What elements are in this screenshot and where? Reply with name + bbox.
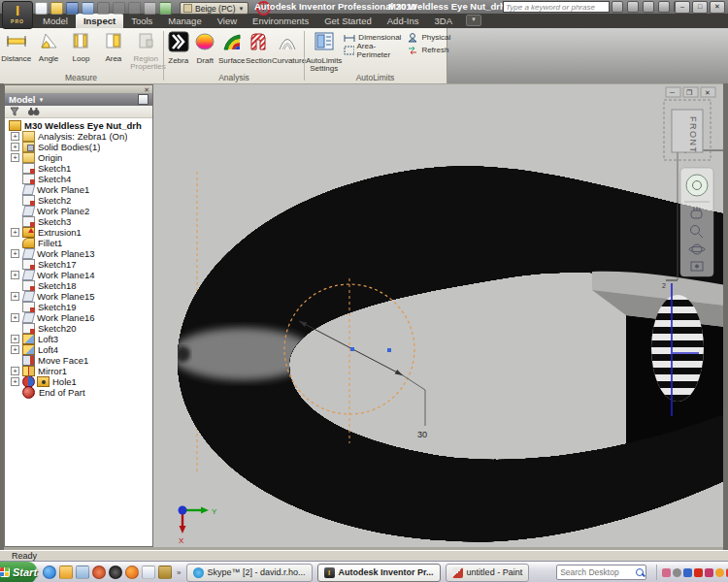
physical-button[interactable]: Physical: [407, 31, 450, 44]
browser-header[interactable]: Model ▼: [5, 93, 152, 106]
browser-close-icon[interactable]: ✕: [141, 86, 152, 93]
angle-button[interactable]: Angle: [33, 31, 64, 63]
loop-button[interactable]: Loop: [65, 31, 96, 63]
tab-3da[interactable]: 3DA: [427, 14, 460, 28]
expander-icon[interactable]: +: [11, 153, 19, 162]
expander-icon[interactable]: +: [11, 377, 19, 386]
tree-item-fillet1[interactable]: Fillet1: [5, 238, 152, 248]
tree-item-workplane16[interactable]: +Work Plane16: [5, 312, 152, 323]
new-file-icon[interactable]: [35, 2, 48, 15]
ie-icon[interactable]: [43, 566, 56, 579]
communication-icon[interactable]: [643, 1, 654, 13]
firefox-icon[interactable]: [125, 566, 139, 579]
start-button[interactable]: Start: [0, 562, 37, 582]
tab-manage[interactable]: Manage: [160, 14, 209, 28]
briefcase-icon[interactable]: [158, 566, 172, 579]
find-binoculars-icon[interactable]: [27, 107, 40, 116]
messenger-icon[interactable]: [76, 566, 89, 579]
notes-icon[interactable]: [142, 566, 155, 579]
tree-item-extrusion1[interactable]: +Extrusion1: [5, 227, 152, 238]
tree-item-workplane13[interactable]: +Work Plane13: [5, 248, 152, 259]
tray-icon-2[interactable]: [673, 568, 681, 577]
tree-item-analysis[interactable]: +Analysis: Zebra1 (On): [5, 131, 152, 142]
tab-tools[interactable]: Tools: [123, 14, 160, 28]
select-icon[interactable]: [144, 2, 156, 15]
desktop-search-input[interactable]: [557, 567, 635, 577]
model-viewport[interactable]: 2 30: [153, 84, 723, 547]
desktop-search-box[interactable]: [556, 565, 646, 580]
tree-item-solid-bodies[interactable]: +Solid Bodies(1): [5, 142, 152, 152]
tray-icon-1[interactable]: [662, 568, 671, 577]
tab-inspect[interactable]: Inspect: [76, 14, 123, 28]
tray-icon-4[interactable]: [694, 568, 703, 577]
tray-icon-5[interactable]: [705, 568, 713, 577]
quick-launch-overflow-chevron[interactable]: »: [177, 568, 181, 577]
tree-item-workplane1[interactable]: Work Plane1: [5, 184, 152, 195]
tree-item-mirror1[interactable]: +Mirror1: [5, 366, 152, 376]
expander-icon[interactable]: +: [11, 345, 19, 354]
surface-button[interactable]: Surface: [218, 31, 246, 65]
expander-icon[interactable]: +: [11, 271, 19, 279]
tree-item-sketch1[interactable]: Sketch1: [5, 163, 152, 174]
tray-icon-3[interactable]: [683, 568, 692, 577]
autolimits-settings-button[interactable]: AutoLimits Settings: [306, 31, 342, 73]
browser-pin-icon[interactable]: [138, 94, 149, 105]
tree-item-sketch3[interactable]: Sketch3: [5, 216, 152, 227]
tab-get-started[interactable]: Get Started: [316, 14, 380, 28]
tree-item-sketch20[interactable]: Sketch20: [5, 323, 152, 334]
save-icon[interactable]: [66, 2, 79, 15]
tree-item-sketch19[interactable]: Sketch19: [5, 302, 152, 312]
undo-icon[interactable]: [82, 2, 94, 15]
filter-icon[interactable]: [10, 107, 19, 116]
tree-item-loft3[interactable]: +Loft3: [5, 334, 152, 344]
expander-icon[interactable]: +: [11, 292, 19, 301]
close-button[interactable]: ✕: [710, 1, 725, 14]
application-menu-button[interactable]: I PRO: [2, 1, 33, 29]
update-icon[interactable]: [128, 2, 141, 15]
tab-add-ins[interactable]: Add-Ins: [380, 14, 427, 28]
redo-icon[interactable]: [97, 2, 110, 15]
area-button[interactable]: Area: [98, 31, 129, 63]
tree-item-sketch17[interactable]: Sketch17: [5, 259, 152, 270]
tree-item-origin[interactable]: +Origin: [5, 152, 152, 163]
tree-item-workplane14[interactable]: +Work Plane14: [5, 270, 152, 280]
viewcube-face-label[interactable]: FRONT: [688, 116, 698, 154]
expander-icon[interactable]: +: [11, 249, 19, 258]
steering-wheel-button[interactable]: [686, 175, 708, 196]
browser-grip[interactable]: ✕: [5, 85, 152, 93]
draft-button[interactable]: Draft: [191, 31, 217, 65]
favorites-star-icon[interactable]: [658, 1, 670, 13]
expander-icon[interactable]: +: [11, 367, 19, 375]
tree-item-root[interactable]: M30 Weldless Eye Nut_drh: [5, 120, 152, 131]
expander-icon[interactable]: +: [11, 335, 19, 343]
sketch-point[interactable]: [387, 348, 391, 352]
taskbar-item-skype[interactable]: Skype™ [2] - david.r.ho...: [186, 564, 313, 582]
tab-view[interactable]: View: [210, 14, 245, 28]
expander-icon[interactable]: +: [11, 143, 19, 151]
tree-item-loft4[interactable]: +Loft4: [5, 344, 152, 355]
distance-button[interactable]: Distance: [1, 31, 32, 63]
print-icon[interactable]: [113, 2, 125, 15]
tree-item-moveface1[interactable]: Move Face1: [5, 355, 152, 366]
color-style-dropdown[interactable]: Beige (PC) ▼: [180, 2, 248, 15]
minimize-button[interactable]: –: [675, 1, 690, 14]
tab-environments[interactable]: Environments: [245, 14, 316, 28]
ribbon-minimize-icon[interactable]: ▼: [466, 15, 481, 26]
sketch-point[interactable]: [350, 347, 354, 351]
outlook-icon[interactable]: [59, 566, 73, 579]
search-magnifier-icon[interactable]: [635, 567, 645, 578]
subscription-wrench-icon[interactable]: [627, 1, 639, 13]
tab-model[interactable]: Model: [35, 14, 76, 28]
tree-item-end-of-part[interactable]: End of Part: [5, 387, 152, 398]
tree-item-sketch4[interactable]: Sketch4: [5, 174, 152, 184]
tree-item-workplane2[interactable]: Work Plane2: [5, 206, 152, 216]
curvature-button[interactable]: Curvature: [272, 31, 303, 65]
zebra-button[interactable]: Zebra: [165, 31, 191, 65]
community-search-icon[interactable]: [612, 1, 623, 13]
tray-icon-6[interactable]: [715, 568, 724, 577]
expander-icon[interactable]: +: [11, 313, 19, 322]
taskbar-item-inventor[interactable]: I Autodesk Inventor Pr...: [317, 564, 441, 582]
expander-icon[interactable]: +: [11, 132, 19, 141]
open-file-icon[interactable]: [50, 2, 63, 15]
tree-item-workplane15[interactable]: +Work Plane15: [5, 291, 152, 302]
